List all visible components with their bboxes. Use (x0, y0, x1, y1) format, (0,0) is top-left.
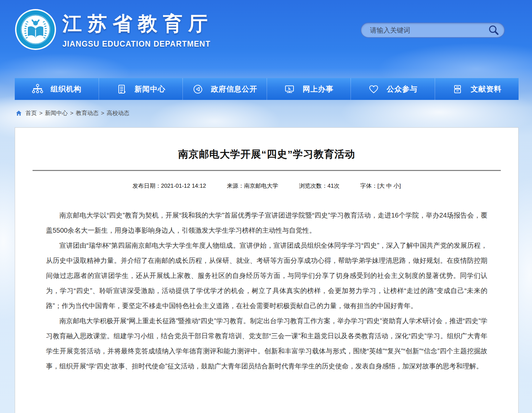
nav-item-organization[interactable]: 组织机构 (15, 78, 99, 100)
breadcrumb-separator: > (39, 110, 43, 117)
article-panel: 南京邮电大学开展“四史”学习教育活动 发布日期：2021-01-12 14:12… (15, 127, 519, 413)
nav-item-label: 网上办事 (303, 84, 333, 94)
info-disclosure-icon (192, 83, 204, 95)
news-icon (116, 83, 127, 95)
archive-icon (452, 83, 463, 95)
nav-item-label: 公众参与 (387, 84, 418, 94)
article-paragraph: 南京邮电大学以“四史”教育为契机，开展“我和我的大学”首届优秀学子宣讲团进学院暨… (46, 208, 487, 238)
site-header: 江苏省教育厅 JIANGSU EDUCATION DEPARTMENT (0, 0, 532, 78)
views-value: 41次 (327, 183, 339, 189)
nav-item-label: 组织机构 (51, 84, 82, 94)
nav-item-label: 新闻中心 (135, 84, 165, 94)
nav-item-news-center[interactable]: 新闻中心 (99, 78, 183, 100)
article-title: 南京邮电大学开展“四史”学习教育活动 (35, 147, 498, 161)
sitemap-icon (32, 83, 43, 95)
source-value: 南京邮电大学 (244, 183, 278, 189)
jiangsu-education-emblem-icon (15, 9, 56, 50)
breadcrumb-item-news-center[interactable]: 新闻中心 (45, 109, 68, 117)
online-services-icon (284, 83, 295, 95)
breadcrumb-separator: > (70, 110, 73, 117)
font-size-large-button[interactable]: 大 (379, 183, 385, 189)
nav-item-label: 政府信息公开 (211, 84, 257, 94)
article-paragraph: 宣讲团由“瑞华杯”第四届南京邮电大学大学生年度人物组成。宣讲伊始，宣讲团成员组织… (46, 238, 487, 313)
meta-font-size-control: 字体：[大 中 小] (360, 182, 401, 190)
site-name-english: JIANGSU EDUCATION DEPARTMENT (62, 40, 213, 49)
breadcrumb: 首页 > 新闻中心 > 教育动态 > 高校动态 (15, 109, 129, 117)
home-icon (15, 110, 22, 117)
breadcrumb-item-home[interactable]: 首页 (25, 109, 37, 117)
nav-item-public-participation[interactable]: 公众参与 (351, 78, 435, 100)
meta-source: 来源：南京邮电大学 (227, 182, 278, 190)
article-body: 南京邮电大学以“四史”教育为契机，开展“我和我的大学”首届优秀学子宣讲团进学院暨… (46, 208, 487, 374)
article-meta: 发布日期：2021-01-12 14:12 来源：南京邮电大学 浏览次数：41次… (15, 182, 518, 190)
search-button[interactable] (488, 24, 499, 36)
font-size-label: 字体： (360, 183, 377, 189)
meta-publish-date: 发布日期：2021-01-12 14:12 (132, 182, 206, 190)
site-title-block: 江苏省教育厅 JIANGSU EDUCATION DEPARTMENT (62, 11, 213, 49)
nav-item-online-services[interactable]: 网上办事 (267, 78, 351, 100)
search-icon (488, 24, 499, 36)
nav-item-gov-info-disclosure[interactable]: 政府信息公开 (182, 78, 267, 100)
search-input[interactable] (369, 26, 488, 35)
publish-date-value: 2021-01-12 14:12 (161, 183, 206, 189)
views-label: 浏览次数： (299, 183, 327, 189)
nav-item-label: 文献资料 (471, 84, 501, 94)
breadcrumb-item-education-news[interactable]: 教育动态 (76, 109, 99, 117)
source-label: 来源： (227, 183, 244, 189)
title-divider (33, 170, 501, 171)
site-name: 江苏省教育厅 (62, 11, 213, 37)
publish-date-label: 发布日期： (132, 183, 161, 189)
meta-views: 浏览次数：41次 (299, 182, 339, 190)
font-bracket-close: ] (399, 183, 401, 189)
font-size-small-button[interactable]: 小 (393, 183, 399, 189)
breadcrumb-separator: > (101, 110, 104, 117)
nav-item-documents[interactable]: 文献资料 (435, 78, 519, 100)
search-box (361, 22, 505, 38)
site-logo[interactable] (15, 9, 56, 50)
font-size-medium-button[interactable]: 中 (386, 183, 392, 189)
article-paragraph: 南京邮电大学积极开展“网上重走长征路”暨推动“四史”学习教育。制定出台学习教育工… (46, 313, 487, 374)
main-nav: 组织机构 新闻中心 政府信息公开 网上办事 公众参与 (15, 78, 519, 100)
breadcrumb-item-current: 高校动态 (107, 109, 129, 117)
heart-icon (368, 83, 379, 95)
